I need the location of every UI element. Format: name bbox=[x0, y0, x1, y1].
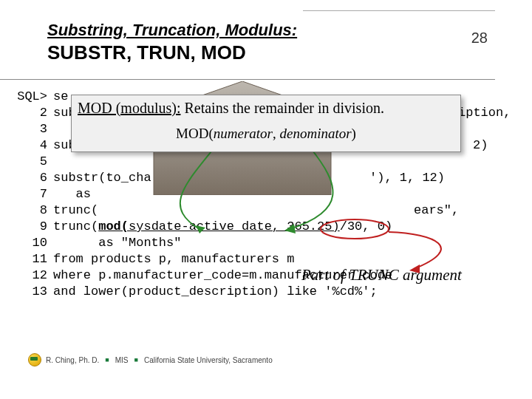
slide-footer: R. Ching, Ph. D. ■ MIS ■ California Stat… bbox=[28, 353, 273, 366]
code-line: 13and lower(product_description) like '%… bbox=[15, 284, 532, 300]
footer-logo-icon bbox=[28, 353, 41, 366]
func-close: ) bbox=[352, 126, 356, 141]
code-line: 5 bbox=[15, 154, 532, 170]
code-fragment: '), 1, 12) bbox=[369, 171, 445, 185]
annotation-label: Part of TRUNC argument bbox=[301, 266, 462, 284]
bullet-icon: ■ bbox=[132, 356, 139, 364]
code-fragment: iption, bbox=[458, 106, 511, 120]
slide-title-line1: Substring, Truncation, Modulus: bbox=[47, 21, 495, 40]
callout-term: MOD (modulus): bbox=[78, 100, 180, 116]
func-arg1: numerator bbox=[214, 126, 273, 141]
slide-title-line2: SUBSTR, TRUN, MOD bbox=[47, 41, 495, 64]
callout-definition: MOD (modulus): Retains the remainder in … bbox=[78, 100, 454, 117]
callout-box: MOD (modulus): Retains the remainder in … bbox=[71, 95, 461, 152]
code-fragment: ears", bbox=[414, 203, 459, 217]
code-line: 11from products p, manufacturers m bbox=[15, 251, 532, 267]
footer-org: California State University, Sacramento bbox=[144, 356, 273, 364]
code-line: 6substr(to_cha bbox=[15, 170, 532, 186]
slide-header: Substring, Truncation, Modulus: SUBSTR, … bbox=[0, 0, 495, 80]
code-fragment: 2) bbox=[473, 138, 488, 152]
page-number: 28 bbox=[471, 30, 488, 47]
code-line: 10 as "Months" bbox=[15, 235, 532, 251]
func-name: MOD( bbox=[176, 126, 214, 141]
header-rule bbox=[303, 10, 495, 11]
func-arg2: denominator bbox=[279, 126, 351, 141]
bullet-icon: ■ bbox=[103, 356, 110, 364]
callout-signature: MOD(numerator, denominator) bbox=[78, 126, 454, 142]
code-line-mod: 9trunc(mod(sysdate-active_date, 365.25)/… bbox=[15, 219, 532, 235]
footer-author: R. Ching, Ph. D. bbox=[46, 356, 99, 364]
footer-dept: MIS bbox=[115, 356, 129, 364]
callout-rest: Retains the remainder in division. bbox=[180, 100, 384, 116]
code-line: 7 as bbox=[15, 186, 532, 202]
